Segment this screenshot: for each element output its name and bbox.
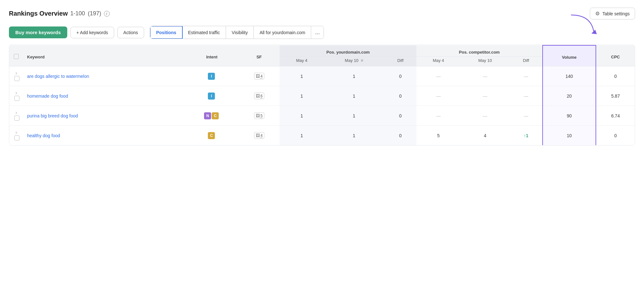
tab-visibility[interactable]: Visibility (226, 26, 254, 39)
intent-badge: C (208, 132, 215, 139)
expand-cell: › (9, 126, 23, 146)
toolbar: Buy more keywords + Add keywords Actions… (9, 26, 635, 39)
row-checkbox[interactable] (14, 76, 19, 81)
info-icon[interactable]: i (104, 11, 110, 17)
tab-estimated-traffic[interactable]: Estimated traffic (182, 26, 226, 39)
table-row: › homemade dog foodI 🖼 6 110———205.87 (9, 86, 635, 106)
sf-icon: 🖼 4 (254, 132, 264, 139)
add-keywords-button[interactable]: + Add keywords (70, 27, 114, 38)
pos-competitor-header: Pos. competitor.com (416, 45, 543, 57)
checkbox-header[interactable] (9, 45, 23, 66)
sf-header: SF (238, 45, 280, 66)
intent-badge: N (204, 112, 211, 119)
table-row: › are dogs allergic to watermelonI 🖼 4 1… (9, 66, 635, 86)
tab-more-button[interactable]: ... (311, 26, 324, 39)
intent-cell: I (185, 66, 238, 86)
row-checkbox[interactable] (14, 96, 19, 101)
tab-all-domain[interactable]: All for yourdomain.com (254, 26, 311, 39)
tab-positions[interactable]: Positions (150, 26, 183, 39)
pos-comp-diff-header: Diff (510, 57, 543, 66)
pos-own-may4: 1 (280, 106, 324, 126)
image-icon: 🖼 (256, 74, 260, 78)
image-icon: 🖼 (256, 133, 260, 138)
keyword-cell: purina big breed dog food (23, 106, 185, 126)
expand-icon[interactable]: › (15, 90, 17, 95)
sf-cell: 🖼 6 (238, 86, 280, 106)
keyword-link[interactable]: homemade dog food (27, 93, 68, 99)
table-header-top: Keyword Intent SF Pos. yourdomain.com Po… (9, 45, 635, 57)
intent-badge: C (212, 112, 219, 119)
diff-value: ↑1 (523, 133, 528, 138)
pos-comp-may4-header: May 4 (416, 57, 460, 66)
pos-own-may10: 1 (324, 86, 384, 106)
filter-icon[interactable]: ≡ (361, 58, 363, 63)
cpc-header: CPC (596, 45, 635, 66)
keyword-link[interactable]: are dogs allergic to watermelon (27, 74, 89, 79)
sf-icon: 🖼 5 (254, 112, 264, 119)
intent-badge: I (208, 93, 215, 100)
svg-marker-0 (591, 30, 597, 34)
pos-comp-may10: — (460, 106, 510, 126)
buy-keywords-button[interactable]: Buy more keywords (9, 26, 67, 38)
intent-badge: I (208, 73, 215, 80)
pos-own-diff: 0 (384, 86, 417, 106)
pos-own-may10: 1 (324, 106, 384, 126)
gear-icon: ⚙ (595, 11, 600, 17)
intent-cell: C (185, 126, 238, 146)
expand-icon[interactable]: › (15, 130, 17, 135)
image-icon: 🖼 (256, 93, 260, 98)
row-checkbox[interactable] (14, 116, 19, 121)
pos-own-may4: 1 (280, 66, 324, 86)
keyword-link[interactable]: healthy dog food (27, 133, 60, 138)
row-checkbox[interactable] (14, 135, 19, 140)
intent-cell: I (185, 86, 238, 106)
intent-cell: NC (185, 106, 238, 126)
sf-icon: 🖼 6 (254, 93, 264, 99)
image-icon: 🖼 (256, 113, 260, 118)
pos-comp-may10: 4 (460, 126, 510, 146)
volume-cell: 10 (543, 126, 596, 146)
expand-icon[interactable]: › (15, 110, 17, 115)
pos-yourdomain-header: Pos. yourdomain.com (280, 45, 416, 57)
table-row: › healthy dog foodC 🖼 4 11054↑1100 (9, 126, 635, 146)
sf-icon: 🖼 4 (254, 73, 264, 79)
cpc-cell: 0 (596, 66, 635, 86)
keyword-cell: homemade dog food (23, 86, 185, 106)
expand-cell: › (9, 86, 23, 106)
intent-header: Intent (185, 45, 238, 66)
actions-button[interactable]: Actions (117, 27, 144, 38)
pos-comp-may10: — (460, 86, 510, 106)
table-row: › purina big breed dog foodNC 🖼 5 110———… (9, 106, 635, 126)
expand-cell: › (9, 106, 23, 126)
volume-cell: 140 (543, 66, 596, 86)
pos-comp-diff: — (510, 86, 543, 106)
expand-cell: › (9, 66, 23, 86)
keyword-header: Keyword (23, 45, 185, 66)
pos-own-diff-header: Diff (384, 57, 417, 66)
volume-header: Volume (543, 45, 596, 66)
view-tabs: Positions Estimated traffic Visibility A… (150, 26, 324, 39)
pos-comp-diff: — (510, 66, 543, 86)
keyword-link[interactable]: purina big breed dog food (27, 113, 78, 118)
cpc-cell: 5.87 (596, 86, 635, 106)
select-all-checkbox[interactable] (14, 54, 19, 59)
pos-own-diff: 0 (384, 126, 417, 146)
pos-comp-diff: ↑1 (510, 126, 543, 146)
table-settings-button[interactable]: ⚙ Table settings (590, 8, 635, 19)
pos-comp-may4: — (416, 66, 460, 86)
cpc-cell: 0 (596, 126, 635, 146)
pos-comp-may4: — (416, 86, 460, 106)
pos-own-may10-header: May 10 ≡ (324, 57, 384, 66)
sf-cell: 🖼 5 (238, 106, 280, 126)
expand-icon[interactable]: › (15, 70, 17, 76)
sf-cell: 🖼 4 (238, 66, 280, 86)
pos-comp-diff: — (510, 106, 543, 126)
volume-cell: 20 (543, 86, 596, 106)
cpc-cell: 6.74 (596, 106, 635, 126)
keyword-cell: healthy dog food (23, 126, 185, 146)
page-title: Rankings Overview 1-100 (197) i (9, 10, 110, 17)
page-header: Rankings Overview 1-100 (197) i ⚙ Table … (9, 8, 635, 19)
title-text: Rankings Overview (9, 10, 68, 17)
pos-own-diff: 0 (384, 106, 417, 126)
pos-own-may10: 1 (324, 66, 384, 86)
